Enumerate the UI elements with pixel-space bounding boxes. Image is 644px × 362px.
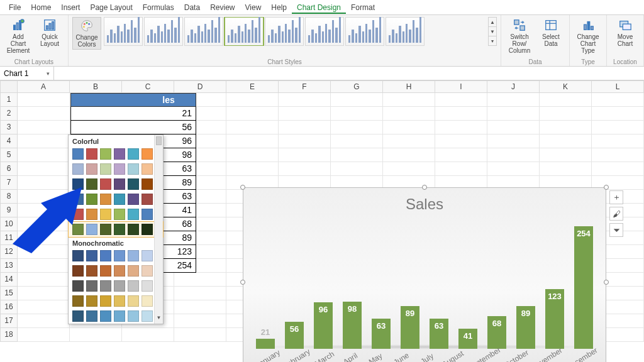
column-header[interactable]: I: [435, 80, 487, 93]
palette-option[interactable]: [69, 146, 163, 162]
cell[interactable]: [331, 121, 383, 134]
cell[interactable]: [331, 134, 383, 148]
cell[interactable]: [226, 93, 279, 107]
tab-insert[interactable]: Insert: [56, 1, 85, 14]
cell[interactable]: [487, 162, 540, 176]
switch-row-column-button[interactable]: Switch Row/ Column: [505, 17, 534, 55]
tab-help[interactable]: Help: [266, 1, 292, 14]
cell[interactable]: [487, 148, 540, 162]
column-header[interactable]: B: [70, 80, 122, 93]
cell[interactable]: [540, 134, 592, 148]
chart-bar[interactable]: 56: [281, 223, 308, 349]
cell[interactable]: [383, 93, 435, 107]
chart-bar[interactable]: 89: [397, 223, 423, 349]
tab-view[interactable]: View: [240, 1, 267, 14]
column-header[interactable]: D: [174, 80, 226, 93]
palette-option[interactable]: [69, 162, 163, 177]
cell[interactable]: [18, 162, 70, 176]
cell[interactable]: [18, 148, 70, 162]
chart-bar[interactable]: 96: [310, 223, 336, 349]
cell[interactable]: [331, 107, 383, 121]
cell[interactable]: [174, 314, 226, 328]
row-header[interactable]: 5: [0, 148, 18, 162]
select-all-corner[interactable]: [0, 80, 18, 93]
cell[interactable]: [70, 328, 122, 342]
scrollbar-thumb[interactable]: [156, 136, 162, 145]
cell[interactable]: [487, 93, 540, 107]
resize-handle-w[interactable]: [240, 280, 245, 285]
name-box[interactable]: Chart 1 ▾: [0, 67, 54, 80]
palette-option[interactable]: [69, 278, 163, 293]
cell[interactable]: [487, 121, 540, 134]
column-header[interactable]: E: [226, 80, 279, 93]
table-row[interactable]: January21: [70, 107, 196, 121]
chart-bar[interactable]: 63: [368, 223, 394, 349]
chart-style-thumb[interactable]: [184, 17, 223, 46]
cell[interactable]: [592, 134, 644, 148]
cell[interactable]: [18, 121, 70, 134]
chart-styles-button[interactable]: 🖌: [609, 207, 623, 221]
chart-style-thumb[interactable]: [144, 17, 183, 46]
cell[interactable]: [540, 121, 592, 134]
add-chart-element-button[interactable]: Add Chart Element: [4, 17, 33, 55]
cell[interactable]: [122, 328, 174, 342]
resize-handle-ne[interactable]: [604, 185, 609, 190]
cell[interactable]: [487, 134, 540, 148]
chart-style-thumb[interactable]: [305, 17, 344, 46]
cell[interactable]: [279, 93, 331, 107]
tab-data[interactable]: Data: [179, 1, 205, 14]
row-header[interactable]: 1: [0, 93, 18, 107]
chart-elements-button[interactable]: ＋: [609, 190, 623, 204]
cell[interactable]: [226, 162, 279, 176]
cell[interactable]: [279, 162, 331, 176]
resize-handle-nw[interactable]: [240, 185, 245, 190]
cell[interactable]: [279, 121, 331, 134]
cell[interactable]: [331, 93, 383, 107]
change-chart-type-button[interactable]: Change Chart Type: [574, 17, 602, 55]
cell[interactable]: [174, 273, 226, 287]
chart-style-thumb[interactable]: [265, 17, 304, 46]
gallery-scroll-down[interactable]: ▼: [489, 27, 496, 36]
cell[interactable]: [279, 134, 331, 148]
cell[interactable]: [18, 134, 70, 148]
column-header[interactable]: G: [331, 80, 383, 93]
cell[interactable]: [383, 148, 435, 162]
tab-page-layout[interactable]: Page Layout: [85, 1, 137, 14]
embedded-chart[interactable]: ＋ 🖌 ⏷ Sales 21569698638963416889123254 J…: [243, 187, 606, 362]
cell[interactable]: [18, 107, 70, 121]
cell[interactable]: [174, 300, 226, 314]
chart-bar[interactable]: 68: [484, 223, 510, 349]
table-row[interactable]: February56: [70, 121, 196, 134]
cell[interactable]: [435, 121, 487, 134]
row-header[interactable]: 16: [0, 300, 18, 314]
chart-style-gallery[interactable]: [104, 17, 486, 46]
cell[interactable]: [592, 93, 644, 107]
cell[interactable]: [383, 162, 435, 176]
tab-home[interactable]: Home: [26, 1, 56, 14]
column-header[interactable]: C: [122, 80, 174, 93]
select-data-button[interactable]: Select Data: [536, 17, 565, 48]
chart-bar[interactable]: 21: [252, 223, 279, 349]
tab-chart-design[interactable]: Chart Design: [292, 1, 346, 14]
cell[interactable]: [592, 162, 644, 176]
cell[interactable]: [383, 121, 435, 134]
change-colors-button[interactable]: Change Colors: [72, 17, 101, 50]
palette-option[interactable]: [69, 248, 163, 263]
chart-style-thumb[interactable]: [225, 17, 264, 46]
row-header[interactable]: 4: [0, 134, 18, 148]
cell[interactable]: [592, 121, 644, 134]
chart-bar[interactable]: 41: [455, 223, 481, 349]
dropdown-scrollbar[interactable]: ▼: [154, 135, 163, 324]
cell[interactable]: [487, 107, 540, 121]
column-header[interactable]: J: [487, 80, 540, 93]
palette-option[interactable]: [69, 192, 163, 207]
tab-formulas[interactable]: Formulas: [138, 1, 179, 14]
chart-style-thumb[interactable]: [104, 17, 143, 46]
row-header[interactable]: 14: [0, 273, 18, 287]
column-header[interactable]: L: [592, 80, 644, 93]
column-header[interactable]: F: [279, 80, 331, 93]
row-header[interactable]: 18: [0, 328, 18, 342]
row-header[interactable]: 15: [0, 287, 18, 300]
chart-title[interactable]: Sales: [243, 188, 606, 216]
cell[interactable]: [592, 148, 644, 162]
